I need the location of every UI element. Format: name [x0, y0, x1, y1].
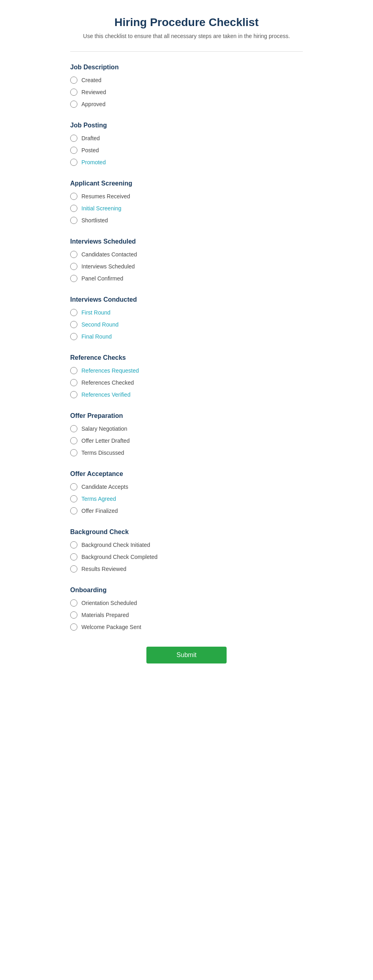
checklist-radio[interactable] [70, 599, 77, 607]
checklist-label[interactable]: Terms Discussed [81, 450, 124, 456]
section-title-background-check: Background Check [70, 528, 303, 536]
checklist-item: Shortlisted [70, 217, 303, 224]
section-title-job-posting: Job Posting [70, 122, 303, 129]
checklist-radio[interactable] [70, 251, 77, 258]
checklist-item: Final Round [70, 333, 303, 340]
checklist-item: Resumes Received [70, 193, 303, 200]
checklist-item: Materials Prepared [70, 611, 303, 619]
checklist-item: References Verified [70, 391, 303, 398]
checklist-radio[interactable] [70, 367, 77, 374]
checklist-label[interactable]: First Round [81, 309, 110, 316]
checklist-radio[interactable] [70, 263, 77, 270]
checklist-radio[interactable] [70, 495, 77, 502]
checklist-radio[interactable] [70, 565, 77, 573]
checklist-label[interactable]: Interviews Scheduled [81, 263, 135, 270]
checklist-item: Orientation Scheduled [70, 599, 303, 607]
divider [70, 51, 303, 52]
checklist-item: Reviewed [70, 89, 303, 96]
checklist-label[interactable]: Drafted [81, 135, 100, 141]
submit-button[interactable]: Submit [146, 647, 227, 663]
checklist-label[interactable]: Salary Negotiation [81, 425, 127, 432]
checklist-label[interactable]: Welcome Package Sent [81, 624, 141, 630]
checklist-label[interactable]: References Checked [81, 379, 134, 386]
checklist-item: References Checked [70, 379, 303, 386]
checklist-radio[interactable] [70, 205, 77, 212]
checklist-item: Results Reviewed [70, 565, 303, 573]
checklist-label[interactable]: Promoted [81, 159, 106, 165]
checklist-radio[interactable] [70, 333, 77, 340]
checklist-label[interactable]: Posted [81, 147, 99, 153]
checklist-item: References Requested [70, 367, 303, 374]
section-background-check: Background CheckBackground Check Initiat… [70, 528, 303, 573]
checklist-item: Second Round [70, 321, 303, 328]
checklist-radio[interactable] [70, 391, 77, 398]
checklist-item: Approved [70, 101, 303, 108]
checklist-item: First Round [70, 309, 303, 316]
checklist-radio[interactable] [70, 611, 77, 619]
checklist-label[interactable]: Candidates Contacted [81, 251, 137, 258]
checklist-radio[interactable] [70, 425, 77, 432]
checklist-label[interactable]: Final Round [81, 333, 112, 340]
page-subtitle: Use this checklist to ensure that all ne… [70, 33, 303, 39]
checklist-label[interactable]: Initial Screening [81, 205, 122, 212]
checklist-item: Posted [70, 147, 303, 154]
checklist-label[interactable]: Results Reviewed [81, 566, 126, 572]
checklist-label[interactable]: Shortlisted [81, 217, 108, 224]
section-interviews-scheduled: Interviews ScheduledCandidates Contacted… [70, 238, 303, 282]
checklist-radio[interactable] [70, 89, 77, 96]
checklist-item: Candidates Contacted [70, 251, 303, 258]
checklist-label[interactable]: References Verified [81, 391, 130, 398]
checklist-radio[interactable] [70, 379, 77, 386]
checklist-label[interactable]: Second Round [81, 321, 119, 328]
checklist-item: Candidate Accepts [70, 483, 303, 490]
checklist-radio[interactable] [70, 193, 77, 200]
checklist-radio[interactable] [70, 449, 77, 456]
section-title-job-description: Job Description [70, 64, 303, 71]
checklist-radio[interactable] [70, 483, 77, 490]
checklist-label[interactable]: Background Check Completed [81, 554, 158, 560]
checklist-label[interactable]: Orientation Scheduled [81, 600, 137, 606]
checklist-radio[interactable] [70, 437, 77, 444]
checklist-label[interactable]: Created [81, 77, 101, 83]
checklist-label[interactable]: References Requested [81, 367, 139, 374]
submit-container: Submit [70, 647, 303, 680]
checklist-radio[interactable] [70, 507, 77, 514]
checklist-label[interactable]: Resumes Received [81, 193, 130, 200]
page-container: Hiring Procedure Checklist Use this chec… [62, 0, 311, 704]
checklist-radio[interactable] [70, 553, 77, 561]
section-title-interviews-conducted: Interviews Conducted [70, 296, 303, 303]
checklist-radio[interactable] [70, 309, 77, 316]
checklist-label[interactable]: Offer Letter Drafted [81, 438, 130, 444]
checklist-item: Background Check Initiated [70, 541, 303, 548]
section-title-interviews-scheduled: Interviews Scheduled [70, 238, 303, 245]
section-title-onboarding: Onboarding [70, 587, 303, 594]
checklist-radio[interactable] [70, 217, 77, 224]
checklist-radio[interactable] [70, 321, 77, 328]
checklist-item: Background Check Completed [70, 553, 303, 561]
checklist-radio[interactable] [70, 101, 77, 108]
checklist-item: Drafted [70, 135, 303, 142]
checklist-label[interactable]: Terms Agreed [81, 496, 116, 502]
checklist-item: Welcome Package Sent [70, 623, 303, 631]
section-title-applicant-screening: Applicant Screening [70, 180, 303, 187]
section-title-offer-preparation: Offer Preparation [70, 412, 303, 419]
checklist-label[interactable]: Approved [81, 101, 105, 107]
checklist-label[interactable]: Panel Confirmed [81, 275, 123, 282]
checklist-radio[interactable] [70, 275, 77, 282]
checklist-radio[interactable] [70, 135, 77, 142]
section-applicant-screening: Applicant ScreeningResumes ReceivedIniti… [70, 180, 303, 224]
section-title-offer-acceptance: Offer Acceptance [70, 470, 303, 478]
page-title: Hiring Procedure Checklist [70, 16, 303, 29]
checklist-radio[interactable] [70, 623, 77, 631]
checklist-radio[interactable] [70, 77, 77, 84]
checklist-label[interactable]: Background Check Initiated [81, 542, 150, 548]
checklist-radio[interactable] [70, 147, 77, 154]
checklist-radio[interactable] [70, 159, 77, 166]
section-onboarding: OnboardingOrientation ScheduledMaterials… [70, 587, 303, 631]
checklist-label[interactable]: Offer Finalized [81, 508, 118, 514]
checklist-radio[interactable] [70, 541, 77, 548]
checklist-label[interactable]: Candidate Accepts [81, 484, 128, 490]
checklist-item: Offer Finalized [70, 507, 303, 514]
checklist-label[interactable]: Materials Prepared [81, 612, 129, 618]
checklist-label[interactable]: Reviewed [81, 89, 106, 95]
